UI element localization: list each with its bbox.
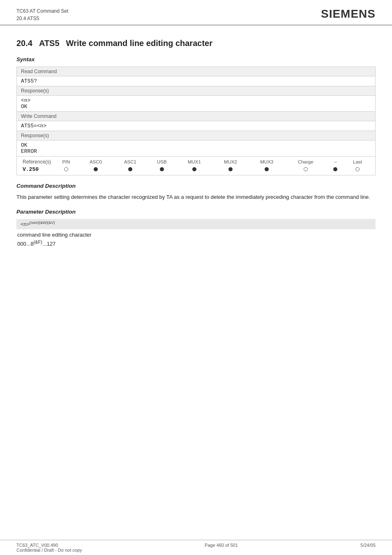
circle-filled-asc0	[94, 167, 98, 171]
write-response-label: Response(s)	[17, 131, 376, 140]
header-title-line1: TC63 AT Command Set	[16, 7, 68, 15]
read-command-value-row: ATS5?	[17, 76, 376, 86]
write-response-values: OK ERROR	[17, 140, 376, 157]
param-desc: command line editing character	[16, 232, 376, 238]
syntax-table: Read Command ATS5? Response(s) <n> OK Wr…	[16, 67, 376, 175]
col-charge: Charge	[285, 158, 326, 166]
cmd-desc-text: This parameter setting determines the ch…	[16, 193, 376, 201]
read-command-value: ATS5?	[17, 76, 376, 86]
circle-empty-pin	[64, 167, 68, 171]
ref-mux2-val	[212, 166, 249, 173]
circle-filled-mux2	[228, 167, 233, 171]
param-range: 000...8(&F)...127	[16, 240, 376, 247]
circle-filled-arrow	[333, 167, 337, 171]
write-resp-2: ERROR	[21, 148, 371, 154]
section-title: 20.4 ATS5 Write command line editing cha…	[16, 39, 376, 48]
footer-page: Page 460 of 501	[205, 543, 238, 553]
read-response-value-row: <n> OK	[17, 96, 376, 112]
write-command-value: ATS5=<n>	[17, 121, 376, 131]
read-response-values: <n> OK	[17, 96, 376, 112]
ref-last-val	[344, 166, 371, 173]
reference-header-row: Reference(s) PIN ASC0 ASC1 USB MUX1 MUX2…	[21, 158, 371, 166]
footer-left-block: TC63_ATC_V00.490 Confidential / Draft - …	[16, 543, 82, 553]
write-command-label-row: Write Command	[17, 112, 376, 121]
write-command-value-row: ATS5=<n>	[17, 121, 376, 131]
ref-mux1-val	[176, 166, 212, 173]
reference-label: Reference(s)	[21, 158, 54, 166]
param-range-sup: (&F)	[34, 240, 42, 244]
header-title-line2: 20.4 ATS5	[16, 15, 68, 22]
read-resp-1: <n>	[21, 97, 371, 104]
page-footer: TC63_ATC_V00.490 Confidential / Draft - …	[0, 540, 392, 555]
brand-name: SIEMENS	[321, 7, 376, 21]
read-command-label-row: Read Command	[17, 67, 376, 76]
section-description: Write command line editing character	[66, 39, 212, 48]
syntax-heading: Syntax	[16, 56, 376, 62]
cmd-desc-heading: Command Description	[16, 183, 376, 189]
read-resp-2: OK	[21, 104, 371, 110]
param-name: <n>	[21, 222, 30, 228]
write-command-label: Write Command	[17, 112, 376, 121]
ref-usb-val	[148, 166, 176, 173]
section-number: 20.4	[16, 39, 32, 48]
param-box: <n>(num)(&W)(&V)	[16, 219, 376, 229]
main-content: 20.4 ATS5 Write command line editing cha…	[0, 25, 392, 263]
circle-filled-mux1	[192, 167, 196, 171]
param-superscript: (num)(&W)(&V)	[30, 221, 55, 225]
col-asc0: ASC0	[78, 158, 113, 166]
ref-arrow-val	[326, 166, 344, 173]
ref-asc0-val	[78, 166, 113, 173]
reference-value-row: V.250	[21, 166, 371, 173]
reference-cell: Reference(s) PIN ASC0 ASC1 USB MUX1 MUX2…	[17, 157, 376, 175]
col-mux3: MUX3	[249, 158, 285, 166]
write-resp-1: OK	[21, 142, 371, 148]
write-response-label-row: Response(s)	[17, 131, 376, 140]
reference-value: V.250	[21, 166, 54, 173]
param-desc-heading: Parameter Description	[16, 209, 376, 215]
reference-row: Reference(s) PIN ASC0 ASC1 USB MUX1 MUX2…	[17, 157, 376, 175]
read-response-label: Response(s)	[17, 86, 376, 96]
footer-confidential: Confidential / Draft - Do not copy	[16, 548, 82, 553]
col-asc1: ASC1	[113, 158, 148, 166]
col-usb: USB	[148, 158, 176, 166]
circle-filled-asc1	[128, 167, 132, 171]
section-command: ATS5	[39, 39, 60, 48]
footer-doc-id: TC63_ATC_V00.490	[16, 543, 82, 548]
read-command-label: Read Command	[17, 67, 376, 76]
col-arrow: →	[326, 158, 344, 166]
col-last: Last	[344, 158, 371, 166]
col-pin: PIN	[54, 158, 78, 166]
circle-filled-mux3	[265, 167, 269, 171]
ref-mux3-val	[249, 166, 285, 173]
circle-empty-charge	[304, 167, 308, 171]
ref-charge-val	[285, 166, 326, 173]
ref-asc1-val	[113, 166, 148, 173]
header-title: TC63 AT Command Set 20.4 ATS5	[16, 7, 68, 22]
write-response-value-row: OK ERROR	[17, 140, 376, 157]
circle-empty-last	[355, 167, 360, 171]
ref-pin-val	[54, 166, 78, 173]
col-mux2: MUX2	[212, 158, 249, 166]
footer-date: 5/24/05	[360, 543, 376, 553]
reference-inner-table: Reference(s) PIN ASC0 ASC1 USB MUX1 MUX2…	[21, 158, 371, 173]
read-response-label-row: Response(s)	[17, 86, 376, 96]
circle-filled-usb	[160, 167, 164, 171]
col-mux1: MUX1	[176, 158, 212, 166]
page-header: TC63 AT Command Set 20.4 ATS5 SIEMENS	[0, 0, 392, 25]
